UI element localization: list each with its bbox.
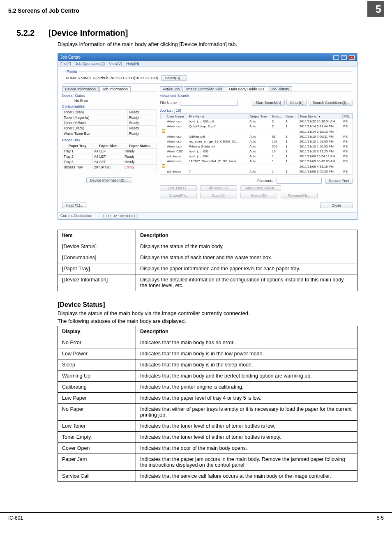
job-row[interactable]: 2011/11/08 4:33:18 PM [161, 164, 353, 169]
tone-curve-button[interactable]: Tone Curve Adjust... [240, 185, 281, 191]
rename-button[interactable]: Rename(N)... [281, 193, 318, 198]
edit-job-button[interactable]: Edit Job(T)... [160, 185, 197, 191]
menu-view[interactable]: View(V) [109, 62, 122, 66]
job-row[interactable]: Admincsohold_job_002.pdfAuto312011/11/22… [161, 119, 353, 124]
copy-button[interactable]: Copy(C) [200, 193, 237, 198]
tray-row: Bypass Tray297.0x420...Empty [62, 165, 157, 170]
header-breadcrumb: 5.2 Screens of Job Centro [8, 7, 79, 14]
tab-job-history[interactable]: Job History [268, 86, 292, 92]
job-col-header[interactable]: Time Stored ▾ [299, 114, 343, 119]
status-destination: 10.11.32.180:30081 [101, 214, 138, 219]
items-row: [Device Status]Displays the status of th… [58, 241, 357, 252]
consumable-row: Toner (Black)Ready [62, 126, 157, 131]
password-input[interactable] [277, 178, 322, 184]
password-label: Password [257, 179, 274, 183]
intro-paragraph: Displays information of the main body af… [58, 41, 376, 47]
close-button[interactable]: Close [320, 203, 353, 208]
job-row[interactable]: Admincso110707_Rance3rd_IC_SC_back...Aut… [161, 159, 353, 164]
status-row: Service CallIndicates that the service c… [58, 471, 357, 482]
job-row[interactable]: AdmincsoQuickSetup_E.pdfAuto212011/11/14… [161, 124, 353, 129]
device-status-heading: [Device Status] [58, 301, 376, 309]
printer-group: Printer KONICA MINOLTA bizhub PRESS C700… [63, 69, 352, 84]
start-search-button[interactable]: Start Search(A) [252, 100, 285, 106]
menu-file[interactable]: File(F) [60, 62, 71, 66]
tab-job-information[interactable]: Job Information [99, 86, 131, 92]
page-content: 5.2.2 [Device Information] Displays info… [0, 20, 392, 500]
menu-job-operations[interactable]: Job Operations(J) [76, 62, 105, 66]
device-information-button[interactable]: Device Information(E)... [86, 177, 133, 183]
lock-icon [162, 164, 165, 168]
tray-col-status: Paper Status [123, 143, 156, 149]
section-title: [Device Information] [48, 28, 128, 38]
file-name-input[interactable] [180, 100, 238, 106]
minimize-icon[interactable]: _ [333, 55, 339, 60]
job-row[interactable]: Admincsonw_scan_en_ge_11_C8000_D1...Auto… [161, 139, 353, 144]
consumables-table: Toner (Cyan)ReadyToner (Magenta)ReadyTon… [62, 109, 157, 136]
job-col-header[interactable]: Output Tray [249, 114, 271, 119]
tab-device-information[interactable]: Device Information [62, 86, 99, 92]
printer-legend: Printer [66, 69, 78, 74]
tab-image-controller-hold[interactable]: Image Controller Hold [184, 86, 226, 92]
footer-left: IC-601 [8, 515, 23, 521]
clear-button[interactable]: Clear(L) [286, 100, 307, 106]
tray-row: Tray 1A4 LEFReady [62, 149, 157, 154]
job-list-label: Job List ( 16) [160, 108, 353, 113]
menubar[interactable]: File(F) Job Operations(J) View(V) Help(H… [58, 61, 357, 67]
device-status-value: No Error [62, 99, 157, 103]
tab-active-job[interactable]: Active Job [160, 86, 183, 92]
file-name-label: File Name [160, 101, 177, 105]
job-row[interactable]: admincso7Auto112011/11/08 3:05:35 PMPS [161, 169, 353, 174]
consumables-title: Consumables [62, 104, 157, 108]
status-row: Low PowerIndicates that the main body is… [58, 348, 357, 359]
select-printer-button[interactable]: Select(S)... [161, 75, 187, 81]
job-row[interactable]: AdmincsoPrinting Guide.pdfAuto35212011/1… [161, 144, 353, 149]
status-row: Warming UpIndicates that the main body a… [58, 371, 357, 382]
edit-page-button[interactable]: Edit Page(G)... [200, 185, 237, 191]
close-icon[interactable]: × [349, 55, 355, 60]
job-row[interactable]: 2011/11/14 3:32:13 PM [161, 129, 353, 134]
tab-main-body-hold-hdd[interactable]: Main Body Hold/HDD [226, 86, 267, 92]
consumable-row: Waste Toner BoxReady [62, 131, 157, 136]
maximize-icon[interactable]: □ [341, 55, 347, 60]
job-row[interactable]: admincsohold_job_004Auto112011/11/09 10:… [161, 154, 353, 159]
advanced-search-link[interactable]: Advanced Search [160, 94, 353, 98]
job-col-header[interactable]: File Name [188, 114, 249, 119]
output-button[interactable]: Output(P)... [160, 193, 197, 198]
page-footer: IC-601 5-5 [0, 512, 392, 523]
status-row: No ErrorIndicates that the main body has… [58, 337, 357, 348]
job-col-header[interactable]: PDL [342, 114, 352, 119]
status-row: CalibratingIndicates that the printer en… [58, 382, 357, 393]
status-row: Paper JamIndicates that the paper jam oc… [58, 454, 357, 471]
menu-help[interactable]: Help(H) [126, 62, 139, 66]
secure-print-button[interactable]: Secure Print [325, 178, 353, 184]
items-row: [Paper Tray]Displays the paper informati… [58, 263, 357, 274]
items-th-desc: Description [136, 230, 357, 241]
items-table: Item Description [Device Status]Displays… [58, 230, 357, 291]
tray-row: Tray 3A4 SEFReady [62, 159, 157, 165]
right-tabs: Active Job Image Controller Hold Main Bo… [160, 86, 353, 92]
search-conditions-button[interactable]: Search Conditions(I)... [309, 100, 353, 106]
items-row: [Device Information]Displays the detaile… [58, 274, 357, 291]
job-row[interactable]: AdminCSOhold_job_002Auto1612011/11/10 6:… [161, 149, 353, 154]
job-col-header[interactable]: Num... [271, 114, 285, 119]
window-controls[interactable]: _ □ × [332, 55, 355, 60]
status-row: Low PaperIndicates that the paper level … [58, 393, 357, 404]
status-table: Display Description No ErrorIndicates th… [58, 326, 357, 482]
page-header: 5.2 Screens of Job Centro 5 [0, 0, 392, 20]
status-row: Low TonerIndicates that the toner level … [58, 421, 357, 432]
section-heading: 5.2.2 [Device Information] [16, 28, 376, 38]
status-th-desc: Description [136, 326, 357, 337]
job-col-header[interactable]: User Name [166, 114, 188, 119]
delete-button[interactable]: Delete(D) [240, 193, 277, 198]
chapter-badge: 5 [367, 1, 384, 17]
status-bar: Current Destination 10.11.32.180:30081 [58, 212, 357, 219]
job-col-header[interactable] [161, 114, 166, 119]
footer-right: 5-5 [377, 515, 384, 521]
help-button[interactable]: Help(F1)... [62, 203, 87, 208]
job-col-header[interactable]: Num... [285, 114, 298, 119]
job-row[interactable]: AdmincsoUtilities.pdfAuto8112011/11/10 2… [161, 134, 353, 139]
device-status-title: Device Status [62, 94, 157, 98]
tray-col-tray: Paper Tray [62, 143, 93, 149]
consumable-row: Toner (Magenta)Ready [62, 115, 157, 120]
job-list-table[interactable]: User NameFile NameOutput TrayNum...Num..… [160, 114, 353, 174]
